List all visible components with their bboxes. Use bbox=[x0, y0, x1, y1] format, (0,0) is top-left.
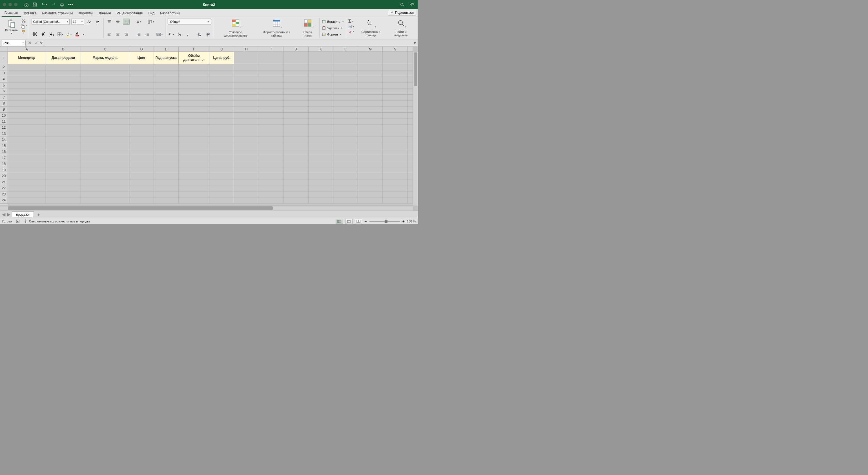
fill-icon[interactable]: ▾ bbox=[348, 25, 354, 28]
cell[interactable] bbox=[358, 197, 383, 204]
font-size-select[interactable]: 12▾ bbox=[71, 19, 84, 25]
cells-area[interactable]: МенеджерДата продажиМарка, модельЦветГод… bbox=[8, 52, 413, 206]
cell[interactable] bbox=[333, 131, 358, 137]
cell[interactable] bbox=[129, 161, 154, 167]
cell[interactable] bbox=[407, 179, 413, 185]
cell[interactable] bbox=[8, 197, 46, 204]
cell[interactable] bbox=[81, 192, 129, 198]
cell[interactable] bbox=[81, 119, 129, 125]
cell[interactable] bbox=[46, 125, 81, 131]
cell[interactable] bbox=[259, 101, 284, 107]
cancel-formula-icon[interactable]: ✕ bbox=[26, 40, 33, 46]
cell[interactable] bbox=[179, 70, 210, 76]
cell[interactable] bbox=[284, 101, 309, 107]
cell[interactable] bbox=[179, 113, 210, 119]
cell[interactable]: Марка, модель bbox=[81, 52, 129, 64]
cell[interactable] bbox=[154, 89, 179, 95]
copy-icon[interactable]: ▾ bbox=[21, 24, 27, 29]
cell[interactable] bbox=[284, 149, 309, 155]
align-center-icon[interactable] bbox=[115, 31, 121, 37]
cell[interactable] bbox=[179, 161, 210, 167]
cell[interactable] bbox=[358, 64, 383, 70]
cell[interactable] bbox=[284, 76, 309, 82]
row-header[interactable]: 22 bbox=[0, 185, 8, 192]
cell[interactable] bbox=[383, 89, 407, 95]
cell[interactable] bbox=[407, 155, 413, 161]
cell[interactable] bbox=[383, 125, 407, 131]
cell[interactable] bbox=[309, 52, 333, 64]
cell[interactable] bbox=[8, 161, 46, 167]
cell[interactable] bbox=[333, 179, 358, 185]
cell[interactable] bbox=[407, 185, 413, 192]
cell[interactable] bbox=[209, 179, 234, 185]
cell[interactable] bbox=[154, 179, 179, 185]
cell[interactable] bbox=[383, 155, 407, 161]
cell[interactable] bbox=[81, 89, 129, 95]
column-header[interactable]: J bbox=[284, 47, 309, 52]
orientation-icon[interactable]: ab▾ bbox=[135, 19, 142, 25]
cell[interactable] bbox=[333, 149, 358, 155]
cell[interactable] bbox=[179, 173, 210, 179]
cell[interactable] bbox=[209, 82, 234, 89]
cell[interactable] bbox=[46, 101, 81, 107]
zoom-slider[interactable] bbox=[369, 221, 400, 222]
cell[interactable] bbox=[383, 70, 407, 76]
cell[interactable] bbox=[284, 185, 309, 192]
cell[interactable] bbox=[46, 131, 81, 137]
row-header[interactable]: 24 bbox=[0, 197, 8, 204]
enter-formula-icon[interactable]: ✓ bbox=[33, 40, 40, 46]
cell[interactable] bbox=[284, 197, 309, 204]
cell[interactable] bbox=[154, 70, 179, 76]
cell[interactable] bbox=[309, 137, 333, 143]
cell[interactable] bbox=[8, 143, 46, 149]
decrease-decimal-icon[interactable]: .00.0 bbox=[205, 31, 212, 37]
cell[interactable] bbox=[383, 64, 407, 70]
name-box-stepper[interactable]: ▴▾ bbox=[23, 41, 24, 45]
cell[interactable] bbox=[234, 173, 259, 179]
cell[interactable] bbox=[333, 161, 358, 167]
cell[interactable]: Цвет bbox=[129, 52, 154, 64]
cell[interactable]: Цена, руб. bbox=[209, 52, 234, 64]
tab-developer[interactable]: Разработчик bbox=[157, 9, 183, 16]
cell[interactable] bbox=[358, 155, 383, 161]
cell[interactable] bbox=[309, 173, 333, 179]
cell[interactable] bbox=[284, 179, 309, 185]
cell[interactable] bbox=[358, 52, 383, 64]
cell[interactable] bbox=[358, 161, 383, 167]
tab-formulas[interactable]: Формулы bbox=[75, 9, 96, 16]
column-header[interactable]: C bbox=[81, 47, 129, 52]
cell[interactable] bbox=[154, 167, 179, 173]
cell[interactable] bbox=[154, 95, 179, 101]
cell[interactable] bbox=[234, 137, 259, 143]
column-header[interactable]: A bbox=[8, 47, 46, 52]
cell[interactable] bbox=[234, 192, 259, 198]
cell[interactable] bbox=[358, 173, 383, 179]
cell[interactable] bbox=[179, 179, 210, 185]
column-header[interactable]: D bbox=[129, 47, 154, 52]
cell[interactable] bbox=[407, 107, 413, 113]
percent-icon[interactable]: % bbox=[176, 31, 183, 37]
cell[interactable] bbox=[234, 185, 259, 192]
cell[interactable] bbox=[234, 101, 259, 107]
cell[interactable] bbox=[407, 149, 413, 155]
cell[interactable] bbox=[81, 107, 129, 113]
row-header[interactable]: 6 bbox=[0, 89, 8, 95]
cell[interactable] bbox=[179, 155, 210, 161]
cell[interactable] bbox=[81, 137, 129, 143]
row-header[interactable]: 1 bbox=[0, 52, 8, 64]
cell[interactable] bbox=[8, 64, 46, 70]
cell[interactable] bbox=[333, 119, 358, 125]
more-icon[interactable]: ••• bbox=[68, 2, 73, 7]
cell[interactable] bbox=[209, 89, 234, 95]
cell[interactable] bbox=[234, 89, 259, 95]
cell[interactable] bbox=[46, 137, 81, 143]
cell[interactable] bbox=[358, 149, 383, 155]
cell[interactable] bbox=[46, 76, 81, 82]
cell[interactable] bbox=[81, 125, 129, 131]
cell[interactable] bbox=[333, 101, 358, 107]
fx-icon[interactable]: fx bbox=[40, 41, 42, 45]
cell[interactable] bbox=[333, 137, 358, 143]
cell[interactable] bbox=[259, 137, 284, 143]
cell[interactable] bbox=[234, 76, 259, 82]
cell[interactable] bbox=[407, 70, 413, 76]
